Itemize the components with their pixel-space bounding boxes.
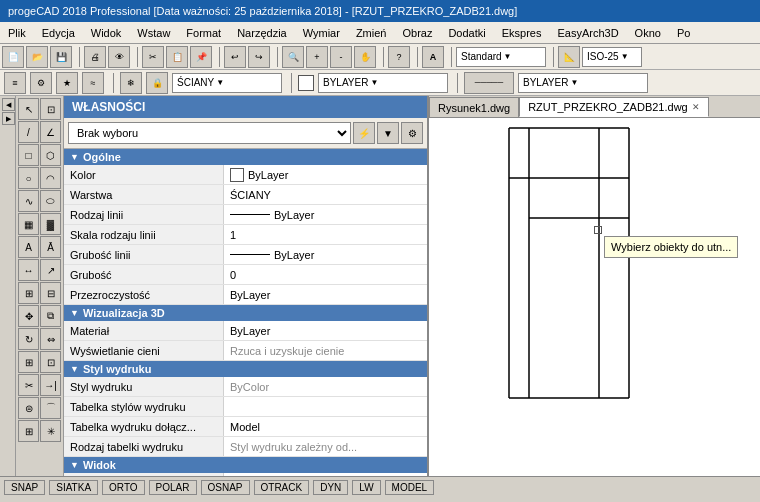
menu-ekspres[interactable]: Ekspres [494, 25, 550, 41]
save-btn[interactable]: 💾 [50, 46, 72, 68]
arc-tool[interactable]: ◠ [40, 167, 61, 189]
menu-easyarch3d[interactable]: EasyArch3D [549, 25, 626, 41]
undo-btn[interactable]: ↩ [224, 46, 246, 68]
layer-dropdown[interactable]: ŚCIANY ▼ [172, 73, 282, 93]
dim-aligned-tool[interactable]: ↗ [40, 259, 61, 281]
prop-material[interactable]: Materiał ByLayer [64, 321, 427, 341]
menu-narzedzia[interactable]: Narzędzia [229, 25, 295, 41]
copy-obj-tool[interactable]: ⧉ [40, 305, 61, 327]
trim-tool[interactable]: ✂ [18, 374, 39, 396]
menu-plik[interactable]: Plik [0, 25, 34, 41]
standard-dropdown[interactable]: Standard ▼ [456, 47, 546, 67]
section-wiz3d[interactable]: ▼ Wizualizacja 3D [64, 305, 427, 321]
prop-rodzaj-linii[interactable]: Rodzaj linii ByLayer [64, 205, 427, 225]
prop-cienie[interactable]: Wyświetlanie cieni Rzuca i uzyskuje cien… [64, 341, 427, 361]
orto-btn[interactable]: ORTO [102, 480, 145, 495]
preview-btn[interactable]: 👁 [108, 46, 130, 68]
section-wydruk[interactable]: ▼ Styl wydruku [64, 361, 427, 377]
move-tool[interactable]: ✥ [18, 305, 39, 327]
panel-icon-filter[interactable]: ▼ [377, 122, 399, 144]
prop-tabelka[interactable]: Tabelka stylów wydruku [64, 397, 427, 417]
prop-grub[interactable]: Grubość 0 [64, 265, 427, 285]
line-tool[interactable]: / [18, 121, 39, 143]
menu-format[interactable]: Format [178, 25, 229, 41]
sidebar-btn-1[interactable]: ◀ [2, 98, 15, 111]
prop-grub-linii[interactable]: Grubość linii ByLayer [64, 245, 427, 265]
layer-lock-btn[interactable]: 🔒 [146, 72, 168, 94]
menu-po[interactable]: Po [669, 25, 698, 41]
stretch-tool[interactable]: ⊡ [40, 351, 61, 373]
zoom-out-btn[interactable]: - [330, 46, 352, 68]
gradient-tool[interactable]: ▓ [40, 213, 61, 235]
xref-tool[interactable]: ⊟ [40, 282, 61, 304]
model-btn[interactable]: MODEL [385, 480, 435, 495]
menu-widok[interactable]: Widok [83, 25, 130, 41]
otrack-btn[interactable]: OTRACK [254, 480, 310, 495]
layer-state-btn[interactable]: ★ [56, 72, 78, 94]
prop-warstwa[interactable]: Warstwa ŚCIANY [64, 185, 427, 205]
pan-btn[interactable]: ✋ [354, 46, 376, 68]
mirror-tool[interactable]: ⇔ [40, 328, 61, 350]
dim-btn[interactable]: 📐 [558, 46, 580, 68]
explode-tool[interactable]: ✳ [40, 420, 61, 442]
layer-match-btn[interactable]: ≈ [82, 72, 104, 94]
tab-rzut[interactable]: RZUT_PRZEKRO_ZADB21.dwg ✕ [519, 97, 709, 117]
osnap-btn[interactable]: OSNAP [201, 480, 250, 495]
prop-skala[interactable]: Skala rodzaju linii 1 [64, 225, 427, 245]
cut-btn[interactable]: ✂ [142, 46, 164, 68]
zoom-btn[interactable]: 🔍 [282, 46, 304, 68]
print-btn[interactable]: 🖨 [84, 46, 106, 68]
panel-icon-settings[interactable]: ⚙ [401, 122, 423, 144]
dim-linear-tool[interactable]: ↔ [18, 259, 39, 281]
polygon-tool[interactable]: ⬡ [40, 144, 61, 166]
prop-rodzaj-tabelki[interactable]: Rodzaj tabelki wydruku Styl wydruku zale… [64, 437, 427, 457]
copy-btn[interactable]: 📋 [166, 46, 188, 68]
tab-rysunek1[interactable]: Rysunek1.dwg [429, 97, 519, 117]
array-tool[interactable]: ⊞ [18, 420, 39, 442]
layers-btn[interactable]: ≡ [4, 72, 26, 94]
menu-zmien[interactable]: Zmień [348, 25, 395, 41]
bylayer-dropdown2[interactable]: BYLAYER ▼ [518, 73, 648, 93]
fillet-tool[interactable]: ⌒ [40, 397, 61, 419]
lw-btn[interactable]: LW [352, 480, 380, 495]
text-tool[interactable]: A [18, 236, 39, 258]
prop-przezr[interactable]: Przezroczystość ByLayer [64, 285, 427, 305]
menu-dodatki[interactable]: Dodatki [440, 25, 493, 41]
polyline-tool[interactable]: ∠ [40, 121, 61, 143]
prop-styl-wy[interactable]: Styl wydruku ByColor [64, 377, 427, 397]
object-selector[interactable]: Brak wyboru [68, 122, 351, 144]
rotate-tool[interactable]: ↻ [18, 328, 39, 350]
prop-srodek-x[interactable]: Środek X 5631.1024 [64, 473, 427, 476]
ellipse-tool[interactable]: ⬭ [40, 190, 61, 212]
select2-tool[interactable]: ⊡ [40, 98, 61, 120]
menu-obraz[interactable]: Obraz [394, 25, 440, 41]
scale-tool[interactable]: ⊞ [18, 351, 39, 373]
snap-btn[interactable]: SNAP [4, 480, 45, 495]
menu-edycja[interactable]: Edycja [34, 25, 83, 41]
font-btn[interactable]: A [422, 46, 444, 68]
extend-tool[interactable]: →| [40, 374, 61, 396]
menu-wstaw[interactable]: Wstaw [129, 25, 178, 41]
tab-rzut-close[interactable]: ✕ [692, 102, 700, 112]
grid-btn[interactable]: SIATKA [49, 480, 98, 495]
color-btn[interactable] [298, 75, 314, 91]
iso-dropdown[interactable]: ISO-25 ▼ [582, 47, 642, 67]
offset-tool[interactable]: ⊜ [18, 397, 39, 419]
zoom-in-btn[interactable]: + [306, 46, 328, 68]
layer-props-btn[interactable]: ⚙ [30, 72, 52, 94]
hatch-tool[interactable]: ▦ [18, 213, 39, 235]
redo-btn[interactable]: ↪ [248, 46, 270, 68]
rect-tool[interactable]: □ [18, 144, 39, 166]
open-btn[interactable]: 📂 [26, 46, 48, 68]
mtext-tool[interactable]: Ā [40, 236, 61, 258]
select-tool[interactable]: ↖ [18, 98, 39, 120]
sidebar-btn-2[interactable]: ▶ [2, 112, 15, 125]
panel-icon-quick[interactable]: ⚡ [353, 122, 375, 144]
spline-tool[interactable]: ∿ [18, 190, 39, 212]
menu-okno[interactable]: Okno [627, 25, 669, 41]
canvas[interactable]: Wybierz obiekty do utn... [429, 118, 760, 476]
layer-freeze-btn[interactable]: ❄ [120, 72, 142, 94]
circle-tool[interactable]: ○ [18, 167, 39, 189]
section-ogolne[interactable]: ▼ Ogólne [64, 149, 427, 165]
prop-kolor[interactable]: Kolor ByLayer [64, 165, 427, 185]
